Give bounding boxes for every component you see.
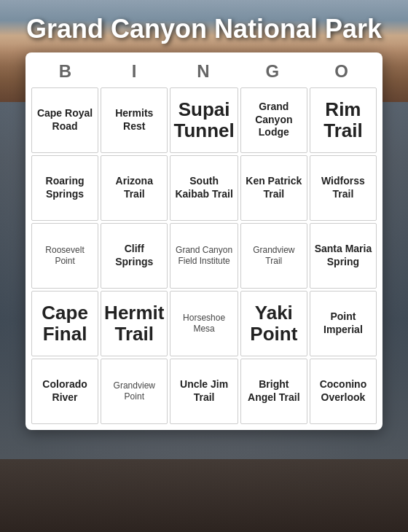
cell-text-6: Roaring Springs bbox=[35, 175, 95, 200]
bingo-cell-19[interactable]: Yaki Point bbox=[240, 291, 307, 356]
bingo-cell-3[interactable]: Supai Tunnel bbox=[170, 87, 238, 153]
cell-text-10: Widforss Trail bbox=[313, 175, 373, 200]
bingo-letter-n: N bbox=[170, 58, 239, 85]
bingo-letter-o: O bbox=[307, 58, 377, 85]
bingo-cell-1[interactable]: Cape Royal Road bbox=[31, 87, 98, 153]
cell-text-18: Horseshoe Mesa bbox=[173, 313, 234, 335]
bingo-cell-2[interactable]: Hermits Rest bbox=[101, 87, 168, 153]
bingo-cell-11[interactable]: Roosevelt Point bbox=[31, 223, 98, 289]
bingo-cell-22[interactable]: Grandview Point bbox=[101, 359, 168, 424]
cell-text-8: South Kaibab Trail bbox=[173, 175, 234, 200]
bingo-cell-13[interactable]: Grand Canyon Field Institute bbox=[170, 223, 238, 289]
cell-text-7: Arizona Trail bbox=[104, 175, 164, 200]
cell-text-19: Yaki Point bbox=[244, 302, 304, 344]
bingo-cell-6[interactable]: Roaring Springs bbox=[31, 155, 98, 221]
cell-text-16: Cape Final bbox=[35, 302, 95, 344]
bingo-cell-21[interactable]: Colorado River bbox=[31, 359, 98, 424]
bingo-header: BINGO bbox=[31, 58, 377, 85]
bingo-cell-9[interactable]: Ken Patrick Trail bbox=[240, 155, 307, 221]
cell-text-14: Grandview Trail bbox=[244, 245, 304, 267]
bingo-cell-10[interactable]: Widforss Trail bbox=[310, 155, 377, 221]
page-content: Grand Canyon National Park BINGO Cape Ro… bbox=[0, 0, 408, 430]
bingo-letter-b: B bbox=[31, 58, 101, 85]
bingo-cell-4[interactable]: Grand Canyon Lodge bbox=[240, 87, 307, 153]
cell-text-15: Santa Maria Spring bbox=[313, 243, 373, 268]
bingo-cell-8[interactable]: South Kaibab Trail bbox=[170, 155, 238, 221]
bingo-grid: Cape Royal RoadHermits RestSupai TunnelG… bbox=[31, 87, 377, 424]
cell-text-1: Cape Royal Road bbox=[35, 107, 95, 133]
bingo-cell-15[interactable]: Santa Maria Spring bbox=[310, 223, 377, 289]
bingo-cell-24[interactable]: Bright Angel Trail bbox=[240, 359, 307, 424]
cell-text-21: Colorado River bbox=[35, 378, 95, 404]
bingo-cell-25[interactable]: Coconino Overlook bbox=[310, 359, 377, 424]
bingo-cell-5[interactable]: Rim Trail bbox=[310, 87, 377, 153]
bingo-cell-20[interactable]: Point Imperial bbox=[310, 291, 377, 356]
bingo-cell-17[interactable]: Hermit Trail bbox=[101, 291, 168, 356]
page-title: Grand Canyon National Park bbox=[12, 15, 396, 44]
cell-text-23: Uncle Jim Trail bbox=[173, 378, 234, 404]
cell-text-11: Roosevelt Point bbox=[35, 245, 95, 267]
bingo-cell-18[interactable]: Horseshoe Mesa bbox=[170, 291, 238, 356]
cell-text-22: Grandview Point bbox=[104, 380, 164, 402]
bingo-card: BINGO Cape Royal RoadHermits RestSupai T… bbox=[26, 52, 382, 430]
bingo-cell-12[interactable]: Cliff Springs bbox=[101, 223, 168, 289]
cell-text-17: Hermit Trail bbox=[104, 302, 164, 344]
bingo-letter-i: I bbox=[101, 58, 170, 85]
bingo-cell-16[interactable]: Cape Final bbox=[31, 291, 98, 356]
cell-text-4: Grand Canyon Lodge bbox=[244, 101, 304, 139]
cell-text-3: Supai Tunnel bbox=[173, 99, 234, 141]
bingo-cell-23[interactable]: Uncle Jim Trail bbox=[170, 359, 238, 424]
cell-text-12: Cliff Springs bbox=[104, 243, 164, 268]
cell-text-24: Bright Angel Trail bbox=[244, 378, 304, 404]
cell-text-20: Point Imperial bbox=[313, 310, 373, 336]
bingo-letter-g: G bbox=[238, 58, 307, 85]
bingo-cell-7[interactable]: Arizona Trail bbox=[101, 155, 168, 221]
cell-text-13: Grand Canyon Field Institute bbox=[173, 245, 234, 267]
cell-text-2: Hermits Rest bbox=[104, 107, 164, 133]
cell-text-5: Rim Trail bbox=[313, 99, 373, 141]
bingo-cell-14[interactable]: Grandview Trail bbox=[240, 223, 307, 289]
cell-text-9: Ken Patrick Trail bbox=[244, 175, 304, 200]
cell-text-25: Coconino Overlook bbox=[313, 378, 373, 404]
